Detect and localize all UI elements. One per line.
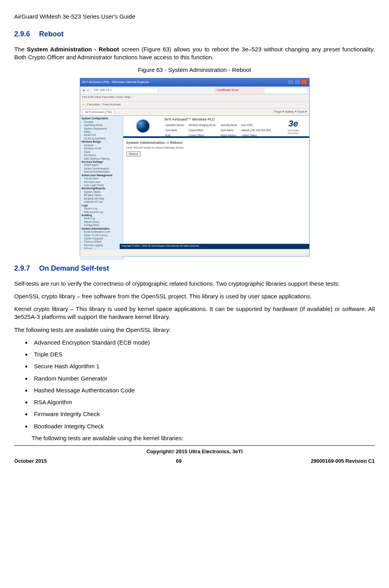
list-item: Hashed Message Authentication Code (32, 386, 375, 394)
browser-window: 3eTI AirGuard (TM) - Windows Internet Ex… (80, 78, 310, 256)
paragraph-reboot-intro: The System Administration - Reboot scree… (14, 45, 375, 62)
star-icon[interactable]: ★ (82, 103, 85, 107)
page-copyright-bar: Copyright © 2001 - 2010 3e Technologies … (120, 244, 309, 249)
paragraph-selftest-4: The following tests are available using … (14, 326, 375, 334)
sidebar-item[interactable]: System Status (82, 190, 121, 194)
sidebar-item[interactable]: Remote Administration (82, 170, 121, 173)
section-title: Reboot (39, 30, 64, 38)
sidebar-group: Auditing (82, 214, 121, 217)
footer-copyright: Copyright© 2015 Ultra Electronics, 3eTI (14, 448, 375, 455)
sidebar-item[interactable]: General (82, 144, 121, 147)
logo-3e-text: 3e (288, 118, 298, 130)
sidebar-group: Services Settings (82, 160, 121, 164)
sidebar-item[interactable]: MAC Address Filtering (82, 157, 121, 160)
sidebar-item[interactable]: General (82, 121, 121, 124)
footer-copy-pre: Copyright (147, 449, 171, 454)
banner-info: 3eTI AirGuard™ Wireless PLC Operation Mo… (163, 116, 278, 136)
favorites-label[interactable]: Favorites (87, 103, 100, 107)
section-title: On Demand Self-test (39, 264, 109, 272)
sidebar-item[interactable]: Wireless VLAN (82, 147, 121, 150)
sidebar-item[interactable]: Radio Tx Off Control (82, 234, 121, 237)
sidebar-item[interactable]: SNMP Agent (82, 164, 121, 167)
free-hotmail-link[interactable]: Free Hotmail (102, 103, 120, 107)
paragraph-selftest-3: Kernel crypto library – This library is … (14, 305, 375, 321)
sidebar-item[interactable]: System Upgrade (82, 237, 121, 240)
bold-span: System Administration - Reboot (27, 46, 119, 53)
window-title: 3eTI AirGuard (TM) - Windows Internet Ex… (82, 80, 149, 85)
content-section-text: Click 'Reboot' button to reboot Gateway … (123, 146, 309, 149)
nav-sidebar: System ConfigurationGeneralOperating Mod… (80, 116, 123, 260)
sidebar-item[interactable]: Email Notification Conf (82, 230, 121, 234)
list-item: RSA Algorithm (32, 398, 375, 406)
sidebar-item[interactable]: Radio (82, 151, 121, 154)
sidebar-item[interactable]: Report Query (82, 220, 121, 224)
nav-fwd-icon[interactable]: ► (86, 89, 90, 93)
status-bar (80, 249, 309, 256)
sidebar-item[interactable]: List All Users (82, 177, 121, 180)
sidebar-group: Monitoring/Reports (82, 187, 121, 190)
section-number: 2.9.7 (14, 264, 37, 273)
sidebar-item[interactable]: Audit Log (82, 217, 121, 220)
search-field[interactable] (264, 88, 307, 94)
list-item: Bootloader Integrity Check (32, 422, 375, 430)
sidebar-item[interactable]: Adjacent AP List (82, 200, 121, 204)
sidebar-item[interactable]: Encryption (82, 154, 121, 157)
list-item: Random Number Generator (32, 375, 375, 383)
list-item: Triple DES (32, 351, 375, 358)
window-buttons[interactable] (287, 79, 307, 86)
footer-copy-post: 2015 Ultra Electronics, 3eTI (175, 449, 243, 454)
logo-3e: 3e TechnologiesInternational (278, 116, 309, 136)
sidebar-item[interactable]: System Log (82, 207, 121, 210)
sidebar-item[interactable]: Operating Mode (82, 124, 121, 127)
logo-banner: 3eTI AirGuard™ Wireless PLC Operation Mo… (123, 116, 309, 138)
cert-error[interactable]: Certificate Error (215, 88, 262, 94)
footer-date: October 2015 (14, 458, 47, 465)
sidebar-group: Logs (82, 204, 121, 207)
sidebar-item[interactable]: Remote Logging (82, 244, 121, 247)
logo-globe-area (123, 116, 163, 136)
footer-rule (14, 445, 375, 446)
figure-63: 3eTI AirGuard (TM) - Windows Internet Ex… (14, 78, 375, 256)
nav-back-icon[interactable]: ◄ (82, 89, 85, 93)
list-item: Firmware Integrity Check (32, 410, 375, 418)
address-bar: ◄ ► 192.168.15.1 Certificate Error (80, 87, 309, 95)
sidebar-item[interactable]: Serial Port (82, 134, 121, 137)
section-number: 2.9.6 (14, 29, 37, 39)
sidebar-item[interactable]: Add New User (82, 181, 121, 184)
tests-list: Advanced Encryption Standard (ECB mode)T… (32, 339, 375, 430)
page-tools[interactable]: Page ▾ Safety ▾ Tools ▾ (274, 110, 307, 114)
logo-3e-sub: TechnologiesInternational (288, 129, 299, 135)
copyright-icon: © (171, 449, 175, 454)
menu-bar[interactable]: File Edit View Favorites Tools Help (80, 95, 309, 102)
footer-row: October 2015 69 29000169-005 Revision C1 (14, 458, 375, 465)
browser-tab[interactable]: 3eTI AirGuard (TM) (82, 109, 115, 115)
sidebar-group: System Administration (82, 227, 121, 230)
paragraph-selftest-2: OpenSSL crypto library – free software f… (14, 292, 375, 300)
sidebar-item[interactable]: System Deployment (82, 127, 121, 130)
list-item: Secure Hash Algorithm 1 (32, 362, 375, 370)
sidebar-item[interactable]: Factory Default (82, 240, 121, 243)
banner-title: 3eTI AirGuard™ Wireless PLC (164, 117, 276, 122)
reboot-button[interactable]: Reboot (126, 151, 141, 156)
content-section-header: System Administration -> Reboot (123, 138, 309, 146)
list-item: Advanced Encryption Standard (ECB mode) (32, 339, 375, 347)
sidebar-item[interactable]: User Login Policy (82, 184, 121, 187)
url-field[interactable]: 192.168.15.1 (91, 88, 158, 94)
sidebar-item[interactable]: Bridging Status (82, 194, 121, 197)
browser-body: System ConfigurationGeneralOperating Mod… (80, 116, 309, 260)
sidebar-item[interactable]: Bridging Site Map (82, 197, 121, 200)
sidebar-item[interactable]: Web Access Log (82, 211, 121, 214)
sidebar-group: Admin User Management (82, 174, 121, 177)
content-pane: 3eTI AirGuard™ Wireless PLC Operation Mo… (123, 116, 309, 260)
globe-icon (137, 120, 149, 132)
sidebar-item[interactable]: Configuration (82, 224, 121, 227)
sidebar-item[interactable]: Noise (82, 130, 121, 134)
tab-bar: 3eTI AirGuard (TM) Page ▾ Safety ▾ Tools… (80, 109, 309, 116)
sidebar-item[interactable]: WLAN QoS(WMM) (82, 137, 121, 140)
figure-caption: Figure 63 - System Administration - Rebo… (14, 66, 375, 74)
text-span: The (14, 46, 27, 53)
section-heading-selftest: 2.9.7 On Demand Self-test (14, 264, 375, 273)
banner-table: Operation Mode:Wireless Bridging ModeSec… (164, 122, 276, 138)
footer-page-number: 69 (176, 458, 182, 465)
sidebar-item[interactable]: Serial Communication (82, 167, 121, 170)
